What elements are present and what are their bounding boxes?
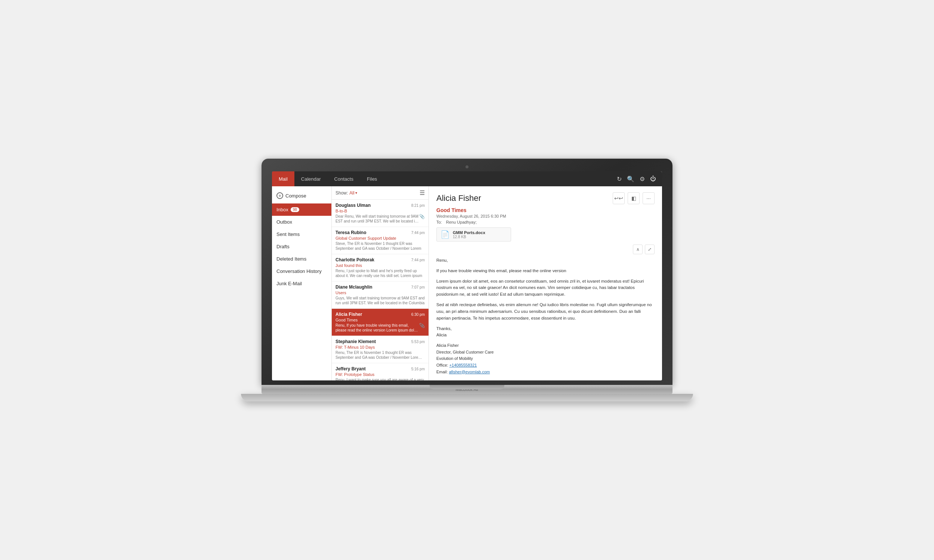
- reading-actions: ↩↩ ◧ ···: [613, 192, 655, 204]
- email-signature: Alicia Fisher Director, Global Customer …: [436, 342, 655, 375]
- sidebar-item-drafts[interactable]: Drafts: [272, 240, 331, 253]
- sig-title: Director, Global Customer Care: [436, 349, 655, 356]
- tab-calendar[interactable]: Calendar: [294, 171, 328, 186]
- reading-subject: Good Times: [436, 207, 655, 213]
- nav-right-icons: ↻ 🔍 ⚙ ⏻: [617, 175, 662, 183]
- email-list: Douglass Ulman 8:21 pm B-to-B Dear Renu,…: [332, 200, 428, 380]
- sig-email-link[interactable]: afisher@evomlab.com: [449, 369, 490, 374]
- inbox-badge: 98: [291, 207, 299, 212]
- refresh-icon[interactable]: ↻: [617, 175, 622, 183]
- laptop-notch: [430, 385, 504, 389]
- laptop-bottom: MacBook Air: [262, 385, 672, 394]
- email-item-6[interactable]: Jeffery Bryant 5:16 pm FW: Prototype Sta…: [332, 363, 428, 380]
- more-button[interactable]: ···: [643, 192, 655, 204]
- body-greeting: Renu,: [436, 257, 655, 264]
- email-item-3[interactable]: Diane Mclaughlin 7:07 pm Users Guys, We …: [332, 282, 428, 309]
- attachment-name: GMM Ports.docx: [453, 230, 485, 235]
- email-item-5[interactable]: Stephanie Klement 5:53 pm FW: T-Minus 10…: [332, 336, 428, 363]
- attachment-file-icon: 📄: [441, 230, 450, 239]
- expand-button[interactable]: ⤢: [645, 245, 655, 254]
- filter-all[interactable]: All: [349, 191, 354, 195]
- compose-icon: +: [276, 192, 283, 199]
- sidebar-item-inbox[interactable]: Inbox 98: [272, 203, 331, 216]
- sidebar-item-junk[interactable]: Junk E-Mail: [272, 277, 331, 290]
- email-list-header: Show: All ▾ ☰: [332, 186, 428, 200]
- sidebar-item-deleted[interactable]: Deleted Items: [272, 253, 331, 265]
- laptop-bezel: Mail Calendar Contacts Files ↻ 🔍 ⚙: [262, 158, 672, 385]
- sig-email: Email: afisher@evomlab.com: [436, 369, 655, 375]
- app-screen: Mail Calendar Contacts Files ↻ 🔍 ⚙: [272, 171, 662, 380]
- reading-header: Alicia Fisher ↩↩ ◧ ···: [436, 192, 655, 204]
- attachment-icon-4: 📎: [419, 323, 425, 328]
- body-thanks: Thanks, Alicia: [436, 326, 655, 339]
- email-list-panel: Show: All ▾ ☰ Douglass Ulman 8:21 pm B-t…: [332, 186, 429, 380]
- attachment-expand-row: ∧ ⤢: [436, 245, 655, 254]
- email-item-2[interactable]: Charlotte Poltorak 7:44 pm Just found th…: [332, 254, 428, 282]
- sidebar-item-outbox[interactable]: Outbox: [272, 216, 331, 228]
- sig-company: Evolution of Mobility: [436, 355, 655, 362]
- attachment-size: 12.8 KB: [453, 235, 485, 239]
- reading-date: Wednesday, August 26, 2015 6:30 PM: [436, 214, 655, 218]
- laptop-wrapper: Mail Calendar Contacts Files ↻ 🔍 ⚙: [262, 158, 672, 402]
- sidebar-item-conversation[interactable]: Conversation History: [272, 265, 331, 277]
- power-icon[interactable]: ⏻: [650, 175, 656, 182]
- laptop-base: [241, 394, 693, 402]
- nav-tabs: Mail Calendar Contacts Files: [272, 171, 384, 186]
- reading-sender-name: Alicia Fisher: [436, 193, 613, 203]
- collapse-button[interactable]: ∧: [633, 245, 643, 254]
- settings-icon[interactable]: ⚙: [640, 175, 645, 183]
- email-item-1[interactable]: Teresa Rubino 7:44 pm Global Customer Su…: [332, 227, 428, 254]
- body-para1: Lorem ipsum dolor sit amet, eos an conse…: [436, 278, 655, 298]
- tab-mail[interactable]: Mail: [272, 171, 294, 186]
- email-body: Renu, If you have trouble viewing this e…: [436, 257, 655, 375]
- search-icon[interactable]: 🔍: [627, 175, 634, 183]
- email-item-0[interactable]: Douglass Ulman 8:21 pm B-to-B Dear Renu,…: [332, 200, 428, 227]
- reading-to: To: Renu Upadhyay;: [436, 220, 655, 225]
- forward-button[interactable]: ◧: [628, 192, 640, 204]
- attachment-row: 📄 GMM Ports.docx 12.8 KB: [436, 228, 511, 242]
- attachment-icon-0: 📎: [419, 214, 425, 219]
- sig-office: Office: +14085558321: [436, 362, 655, 369]
- sig-office-link[interactable]: +14085558321: [449, 363, 477, 368]
- sidebar-item-sent[interactable]: Sent Items: [272, 228, 331, 240]
- compose-button[interactable]: + Compose: [272, 189, 331, 202]
- sig-name: Alicia Fisher: [436, 342, 655, 349]
- email-item-4[interactable]: Alicia Fisher 6:30 pm Good Times Renu, I…: [332, 309, 428, 336]
- body-line1: If you have trouble viewing this email, …: [436, 268, 655, 274]
- body-para2: Sed at nibh recteque definiebas, vis eni…: [436, 302, 655, 322]
- sidebar: + Compose Inbox 98 Outbox Sent Items Dra: [272, 186, 332, 380]
- top-nav: Mail Calendar Contacts Files ↻ 🔍 ⚙: [272, 171, 662, 186]
- reply-all-button[interactable]: ↩↩: [613, 192, 625, 204]
- filter-icon[interactable]: ☰: [419, 189, 425, 196]
- reading-pane: Alicia Fisher ↩↩ ◧ ··· Good Times Wednes…: [429, 186, 662, 380]
- main-content: + Compose Inbox 98 Outbox Sent Items Dra: [272, 186, 662, 380]
- tab-files[interactable]: Files: [360, 171, 384, 186]
- tab-contacts[interactable]: Contacts: [328, 171, 360, 186]
- laptop-camera: [465, 165, 469, 168]
